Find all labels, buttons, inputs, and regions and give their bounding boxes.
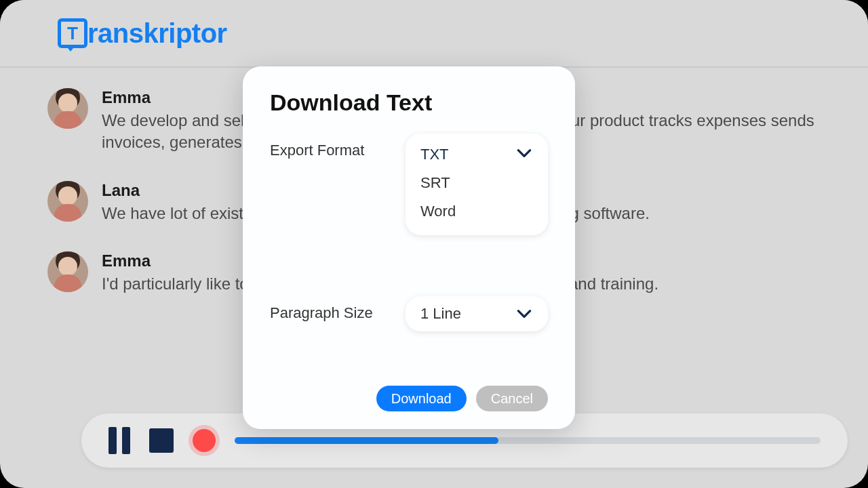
dialog-title: Download Text xyxy=(270,89,548,116)
paragraph-size-row: Paragraph Size 1 Line xyxy=(270,296,548,331)
brand-name: ranskriptor xyxy=(87,18,227,49)
export-format-row: Export Format TXT SRT Word xyxy=(270,134,548,235)
paragraph-size-select[interactable]: 1 Line xyxy=(406,296,548,331)
brand-logo: T ranskriptor xyxy=(58,18,227,49)
brand-logo-icon: T xyxy=(58,18,87,48)
avatar xyxy=(47,88,88,129)
progress-fill xyxy=(235,437,498,444)
header: T ranskriptor xyxy=(0,0,868,68)
dialog-actions: Download Cancel xyxy=(270,386,548,411)
paragraph-size-value: 1 Line xyxy=(420,305,461,323)
export-format-select[interactable]: TXT SRT Word xyxy=(406,134,548,235)
export-format-option-srt[interactable]: SRT xyxy=(420,169,533,197)
stop-button[interactable] xyxy=(149,428,174,453)
app-window: T ranskriptor Emma We develop and sell a… xyxy=(0,0,868,488)
download-text-dialog: Download Text Export Format TXT SRT Word… xyxy=(243,66,575,429)
chevron-down-icon xyxy=(515,144,533,162)
avatar xyxy=(47,251,88,292)
pause-button[interactable] xyxy=(108,427,130,454)
export-format-option-word[interactable]: Word xyxy=(420,197,533,226)
download-button[interactable]: Download xyxy=(376,386,467,411)
progress-track[interactable] xyxy=(235,437,821,444)
paragraph-size-label: Paragraph Size xyxy=(270,296,385,322)
avatar xyxy=(47,181,88,222)
chevron-down-icon xyxy=(515,305,533,323)
export-format-label: Export Format xyxy=(270,134,385,159)
brand-logo-letter: T xyxy=(67,24,78,42)
record-indicator-icon xyxy=(193,429,216,452)
cancel-button[interactable]: Cancel xyxy=(476,386,548,411)
